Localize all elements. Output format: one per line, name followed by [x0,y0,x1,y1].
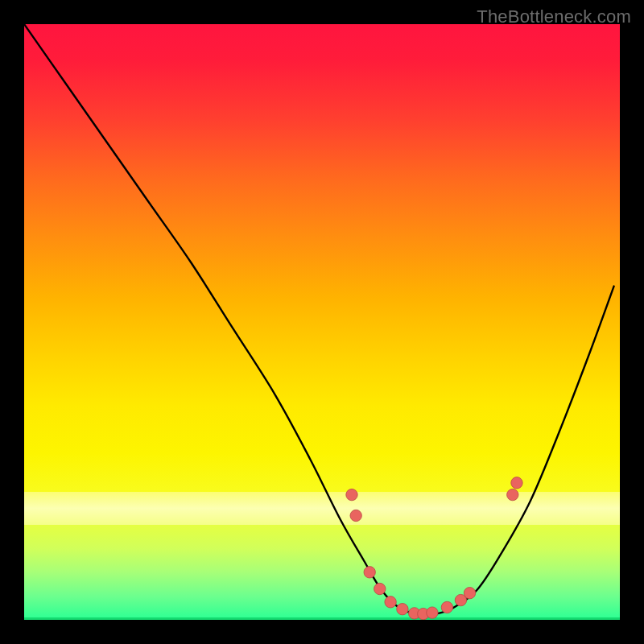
plot-area [24,24,620,620]
watermark-text: TheBottleneck.com [477,6,631,27]
data-marker [464,588,475,599]
chart-stage: TheBottleneck.com [0,0,644,644]
data-marker [511,477,522,489]
data-marker [441,601,452,613]
data-marker [346,489,357,500]
data-marker [374,583,386,594]
data-marker [427,607,438,618]
chart-svg [24,24,620,620]
data-markers [346,477,522,620]
data-marker [397,603,408,614]
bottleneck-curve [24,24,614,615]
data-marker [364,567,375,578]
data-marker [385,597,396,608]
data-marker [350,510,361,521]
data-marker [507,489,518,500]
